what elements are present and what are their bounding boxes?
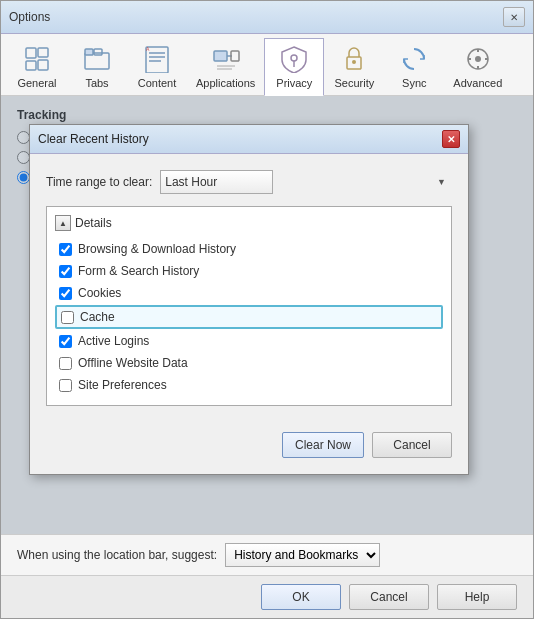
- tab-general[interactable]: General: [7, 38, 67, 95]
- svg-rect-1: [26, 61, 36, 70]
- svg-point-17: [291, 55, 297, 61]
- tab-content-label: Content: [138, 77, 177, 89]
- cache-row: Cache: [55, 305, 443, 329]
- sync-icon: [398, 43, 430, 75]
- main-content: Tracking Tell sites that I do not want t…: [1, 96, 533, 534]
- tab-content[interactable]: A Content: [127, 38, 187, 95]
- offline-data-row: Offline Website Data: [55, 353, 443, 373]
- site-prefs-row: Site Preferences: [55, 375, 443, 395]
- cancel-button[interactable]: Cancel: [349, 584, 429, 610]
- options-window: Options ✕ General Tabs A Content: [0, 0, 534, 619]
- browse-download-label: Browsing & Download History: [78, 242, 236, 256]
- active-logins-label: Active Logins: [78, 334, 149, 348]
- location-bar-select[interactable]: History and Bookmarks History Bookmarks …: [225, 543, 380, 567]
- location-bar-label: When using the location bar, suggest:: [17, 548, 217, 562]
- details-box: ▲ Details Browsing & Download History Fo…: [46, 206, 452, 406]
- active-logins-checkbox[interactable]: [59, 335, 72, 348]
- cache-checkbox[interactable]: [61, 311, 74, 324]
- svg-rect-14: [231, 51, 239, 61]
- tab-sync-label: Sync: [402, 77, 426, 89]
- svg-rect-6: [94, 49, 102, 55]
- svg-rect-12: [214, 51, 227, 61]
- svg-point-21: [475, 56, 481, 62]
- modal-title: Clear Recent History: [38, 132, 149, 146]
- tab-privacy-label: Privacy: [276, 77, 312, 89]
- svg-rect-0: [26, 48, 36, 58]
- tabs-icon: [81, 43, 113, 75]
- time-range-select-wrapper: Last Hour Last Two Hours Last Four Hours…: [160, 170, 452, 194]
- location-bar-row: When using the location bar, suggest: Hi…: [1, 534, 533, 575]
- offline-data-label: Offline Website Data: [78, 356, 188, 370]
- tab-general-label: General: [17, 77, 56, 89]
- form-search-checkbox[interactable]: [59, 265, 72, 278]
- details-toggle-button[interactable]: ▲: [55, 215, 71, 231]
- svg-rect-5: [85, 49, 93, 55]
- clear-history-dialog: Clear Recent History ✕ Time range to cle…: [29, 124, 469, 475]
- details-header: ▲ Details: [55, 215, 443, 231]
- cookies-checkbox[interactable]: [59, 287, 72, 300]
- tab-tabs-label: Tabs: [85, 77, 108, 89]
- options-toolbar: General Tabs A Content Applications: [1, 34, 533, 96]
- time-range-select[interactable]: Last Hour Last Two Hours Last Four Hours…: [160, 170, 273, 194]
- titlebar: Options ✕: [1, 1, 533, 34]
- browse-download-checkbox[interactable]: [59, 243, 72, 256]
- svg-rect-3: [38, 60, 48, 70]
- form-search-label: Form & Search History: [78, 264, 199, 278]
- tab-security[interactable]: Security: [324, 38, 384, 95]
- tab-security-label: Security: [334, 77, 374, 89]
- advanced-icon: [462, 43, 494, 75]
- help-button[interactable]: Help: [437, 584, 517, 610]
- modal-close-button[interactable]: ✕: [442, 130, 460, 148]
- tab-privacy[interactable]: Privacy: [264, 38, 324, 96]
- tab-advanced[interactable]: Advanced: [444, 38, 511, 95]
- browse-download-row: Browsing & Download History: [55, 239, 443, 259]
- general-icon: [21, 43, 53, 75]
- tab-advanced-label: Advanced: [453, 77, 502, 89]
- tab-applications-label: Applications: [196, 77, 255, 89]
- time-range-row: Time range to clear: Last Hour Last Two …: [46, 170, 452, 194]
- details-label: Details: [75, 216, 112, 230]
- footer-buttons: OK Cancel Help: [1, 575, 533, 618]
- privacy-icon: [278, 43, 310, 75]
- time-range-label: Time range to clear:: [46, 175, 152, 189]
- security-icon: [338, 43, 370, 75]
- clear-now-button[interactable]: Clear Now: [282, 432, 364, 458]
- modal-titlebar: Clear Recent History ✕: [30, 125, 468, 154]
- cache-label: Cache: [80, 310, 115, 324]
- applications-icon: [210, 43, 242, 75]
- form-search-row: Form & Search History: [55, 261, 443, 281]
- offline-data-checkbox[interactable]: [59, 357, 72, 370]
- cookies-label: Cookies: [78, 286, 121, 300]
- modal-body: Time range to clear: Last Hour Last Two …: [30, 154, 468, 422]
- svg-point-19: [352, 60, 356, 64]
- cookies-row: Cookies: [55, 283, 443, 303]
- tab-sync[interactable]: Sync: [384, 38, 444, 95]
- window-title: Options: [9, 10, 50, 24]
- close-button[interactable]: ✕: [503, 7, 525, 27]
- window-controls: ✕: [503, 7, 525, 27]
- tab-applications[interactable]: Applications: [187, 38, 264, 95]
- modal-cancel-button[interactable]: Cancel: [372, 432, 452, 458]
- content-icon: A: [141, 43, 173, 75]
- active-logins-row: Active Logins: [55, 331, 443, 351]
- tab-tabs[interactable]: Tabs: [67, 38, 127, 95]
- site-prefs-checkbox[interactable]: [59, 379, 72, 392]
- site-prefs-label: Site Preferences: [78, 378, 167, 392]
- ok-button[interactable]: OK: [261, 584, 341, 610]
- modal-footer: Clear Now Cancel: [30, 422, 468, 474]
- svg-rect-2: [38, 48, 48, 57]
